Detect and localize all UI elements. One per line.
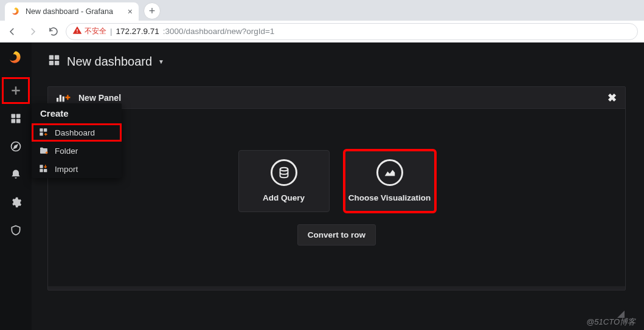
create-flyout: Create Dashboard Folder Import (32, 103, 122, 178)
panel-body: Add Query Choose Visualization Convert t… (48, 109, 625, 286)
create-import-item[interactable]: Import (32, 160, 122, 178)
import-icon (39, 164, 49, 174)
svg-rect-3 (12, 90, 19, 92)
url-host: 172.27.9.71 (116, 27, 159, 36)
svg-rect-13 (40, 165, 43, 168)
reload-button[interactable] (45, 23, 62, 40)
dashboard-grid-icon (47, 53, 61, 69)
create-dashboard-item[interactable]: Dashboard (32, 123, 122, 142)
panel-options-row: Add Query Choose Visualization (238, 150, 435, 212)
svg-rect-19 (55, 61, 59, 65)
nav-admin[interactable] (4, 219, 28, 242)
omnibox-separator: | (110, 27, 113, 36)
area-chart-icon (376, 159, 403, 186)
url-path: :3000/dashboard/new?orgId=1 (163, 27, 275, 36)
svg-rect-10 (40, 132, 43, 136)
create-dashboard-label: Dashboard (55, 128, 95, 137)
svg-rect-20 (57, 98, 58, 101)
svg-rect-21 (60, 95, 61, 101)
back-button[interactable] (4, 23, 21, 40)
nav-alerting[interactable] (4, 163, 28, 186)
browser-tabbar: New dashboard - Grafana × + (0, 0, 644, 21)
create-import-label: Import (55, 165, 78, 174)
svg-rect-1 (77, 32, 77, 32)
svg-rect-16 (49, 55, 54, 60)
convert-to-row-button[interactable]: Convert to row (297, 224, 376, 246)
warning-icon (72, 26, 82, 37)
forward-button[interactable] (24, 23, 41, 40)
svg-rect-6 (12, 119, 16, 123)
close-tab-icon[interactable]: × (128, 7, 133, 16)
svg-rect-14 (40, 169, 43, 172)
dashboard-plus-icon (39, 128, 49, 137)
page-title: New dashboard (67, 55, 152, 69)
watermark: @51CTO博客 (586, 317, 635, 328)
create-flyout-heading: Create (32, 103, 122, 123)
create-folder-label: Folder (55, 146, 78, 156)
svg-rect-15 (44, 169, 47, 172)
create-folder-item[interactable]: Folder (32, 142, 122, 160)
browser-tab-title: New dashboard - Grafana (26, 7, 113, 16)
panel-header: New Panel ✖ (48, 87, 625, 109)
svg-rect-7 (16, 119, 21, 123)
nav-explore[interactable] (4, 135, 28, 158)
svg-rect-22 (63, 96, 64, 101)
browser-chrome: New dashboard - Grafana × + 不安全 | 172.27… (0, 0, 644, 43)
svg-point-23 (280, 168, 288, 171)
browser-toolbar: 不安全 | 172.27.9.71:3000/dashboard/new?org… (0, 21, 644, 43)
svg-rect-18 (49, 61, 54, 65)
add-query-label: Add Query (263, 193, 305, 202)
nav-configuration[interactable] (4, 191, 28, 214)
breadcrumb[interactable]: New dashboard ▼ (47, 50, 626, 73)
choose-visualization-button[interactable]: Choose Visualization (344, 150, 435, 212)
svg-rect-9 (40, 128, 43, 131)
nav-create[interactable] (4, 79, 28, 102)
svg-rect-17 (55, 55, 59, 60)
database-icon (271, 159, 297, 186)
insecure-label: 不安全 (85, 26, 106, 36)
choose-visualization-label: Choose Visualization (348, 193, 431, 202)
nav-dashboards[interactable] (4, 107, 28, 130)
panel-close-icon[interactable]: ✖ (608, 91, 617, 105)
grafana-app: Create Dashboard Folder Import New dashb… (0, 43, 644, 330)
chevron-down-icon: ▼ (158, 58, 164, 65)
svg-rect-5 (16, 114, 21, 119)
new-panel-card: New Panel ✖ Add Query (47, 86, 626, 290)
svg-rect-4 (12, 114, 16, 119)
add-query-button[interactable]: Add Query (238, 150, 330, 212)
grafana-logo[interactable] (4, 46, 28, 69)
svg-rect-11 (44, 128, 47, 131)
page-content: New dashboard ▼ New Panel ✖ (32, 43, 644, 330)
address-bar[interactable]: 不安全 | 172.27.9.71:3000/dashboard/new?org… (66, 23, 638, 40)
side-nav (0, 43, 32, 330)
insecure-badge: 不安全 (72, 26, 106, 37)
svg-rect-0 (77, 29, 77, 31)
panel-title: New Panel (78, 93, 121, 103)
folder-plus-icon (39, 146, 49, 156)
new-tab-button[interactable]: + (144, 2, 161, 19)
site-favicon (11, 7, 21, 16)
browser-tab[interactable]: New dashboard - Grafana × (5, 2, 139, 21)
bar-chart-plus-icon (57, 93, 71, 103)
